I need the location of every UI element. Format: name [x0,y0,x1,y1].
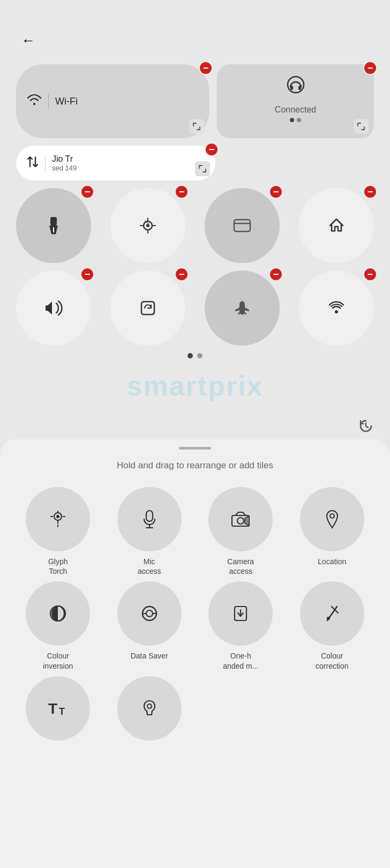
svg-rect-23 [146,511,153,521]
svg-marker-28 [245,516,249,526]
data-saver-label: Data Saver [131,651,168,661]
data-expand-btn[interactable] [195,161,210,176]
data-tile[interactable]: − Jio Tr sed 149 [16,146,215,181]
headset-label: Connected [275,105,316,115]
svg-text:T: T [59,706,65,717]
add-tile-mic[interactable]: Micaccess [108,487,192,576]
row4-tiles: − − − − [16,271,374,346]
row3-tiles: − − °C − [16,188,374,263]
remove-nfc-badge[interactable]: − [269,185,283,199]
quick-tiles-area: − Wi-Fi − [0,0,390,372]
remove-headset-badge[interactable]: − [363,61,377,75]
data-saver-icon [117,581,182,646]
glyph-torch-label: GlyphTorch [48,557,68,576]
remove-flash-badge[interactable]: − [80,185,94,199]
color-temp-tile[interactable]: − °C [110,188,185,263]
headset-tile[interactable]: − Connected [217,64,374,138]
svg-text:°C: °C [145,220,149,225]
remove-home-badge[interactable]: − [363,185,377,199]
add-tile-data-saver[interactable]: Data Saver [108,581,192,670]
sheet-handle [179,447,211,450]
data-usage-label: sed 149 [52,164,77,172]
remove-data-badge[interactable]: − [205,143,219,156]
data-divider [45,156,46,171]
row2-spacer [223,146,374,181]
camera-label: Cameraaccess [227,557,254,576]
colour-correction-label: Colourcorrection [316,651,348,670]
volume-tile[interactable]: − [16,271,91,346]
add-tile-font-size[interactable]: T T [16,676,100,746]
svg-text:T: T [48,700,57,717]
bottom-sheet: Hold and drag to rearrange or add tiles … [0,439,390,868]
headset-icon [286,75,305,99]
add-tile-glyph-torch[interactable]: GlyphTorch [16,487,100,576]
camera-icon [208,487,273,551]
page-indicators [16,353,374,358]
data-arrows-icon [27,155,39,171]
glyph-torch-icon [26,487,90,551]
svg-point-32 [146,610,153,617]
svg-point-29 [330,514,334,518]
flashlight-tile[interactable]: − [16,188,91,263]
data-name-label: Jio Tr [52,154,77,164]
data-text: Jio Tr sed 149 [52,154,77,172]
home-tile[interactable]: − [299,188,374,263]
add-tiles-grid: GlyphTorch Micaccess [16,487,374,746]
wifi-icon [27,94,42,109]
colour-correction-icon [300,581,364,646]
headset-expand-btn[interactable] [354,119,369,134]
sheet-hint: Hold and drag to rearrange or add tiles [16,460,374,471]
wifi-divider [48,94,49,109]
remove-air-badge[interactable]: − [269,267,283,281]
history-icon[interactable] [358,418,374,438]
watermark: smartprix [127,370,264,402]
rotate-tile[interactable]: − [110,271,185,346]
svg-rect-12 [234,220,250,231]
svg-point-39 [327,617,330,620]
one-handed-icon [208,581,273,646]
add-tile-colour-correction[interactable]: Colourcorrection [290,581,374,670]
add-tile-hearing[interactable] [108,676,192,746]
svg-point-0 [288,77,304,93]
page-dot-1 [188,353,193,358]
colour-inversion-label: Colourinversion [43,651,73,670]
nfc-tile[interactable]: − [205,188,280,263]
airplane-tile[interactable]: − [205,271,280,346]
wifi-label: Wi-Fi [55,96,78,107]
wifi-tile[interactable]: − Wi-Fi [16,64,209,138]
svg-point-27 [237,518,244,524]
mic-label: Micaccess [138,557,161,576]
headset-dots [290,118,301,122]
one-handed-label: One-handed m... [223,651,258,670]
remove-vol-badge[interactable]: − [80,267,94,281]
wifi-expand-btn[interactable] [189,119,204,134]
location-icon [300,487,364,551]
svg-rect-3 [50,217,57,226]
page-dot-2 [197,353,202,358]
add-tile-colour-inversion[interactable]: Colourinversion [16,581,100,670]
add-tile-one-handed[interactable]: One-handed m... [199,581,283,670]
remove-wifi-badge[interactable]: − [199,61,213,75]
back-button[interactable]: ← [21,32,35,49]
remove-rot-badge[interactable]: − [175,267,189,281]
mic-icon [117,487,182,551]
add-tile-camera[interactable]: Cameraaccess [199,487,283,576]
colour-inversion-icon [26,581,90,646]
hotspot-tile[interactable]: − [299,271,374,346]
remove-ctemp-badge[interactable]: − [175,185,189,199]
hearing-icon [117,676,182,740]
svg-point-15 [335,310,338,313]
row2: − Jio Tr sed 149 [16,146,374,181]
location-label: Location [318,557,346,566]
font-size-icon: T T [26,676,90,740]
row1: − Wi-Fi − [16,64,374,138]
add-tile-location[interactable]: Location [290,487,374,576]
svg-point-21 [56,515,59,518]
remove-hot-badge[interactable]: − [363,267,377,281]
